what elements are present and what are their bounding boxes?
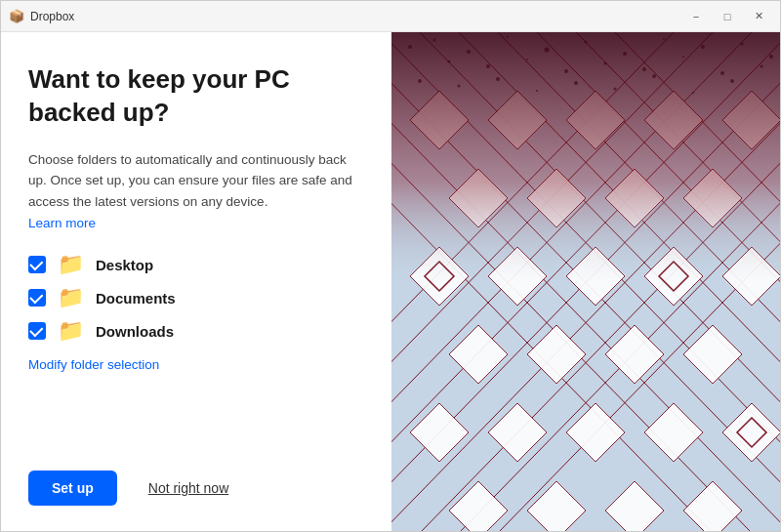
desktop-folder-label: Desktop (96, 257, 153, 273)
svg-point-78 (652, 74, 656, 78)
svg-point-71 (760, 65, 763, 68)
app-title: Dropbox (30, 10, 74, 23)
svg-point-55 (507, 36, 509, 38)
description-text: Choose folders to automatically and cont… (28, 149, 364, 213)
svg-point-69 (682, 56, 684, 58)
svg-point-52 (408, 45, 412, 49)
documents-folder-icon: 📁 (58, 287, 84, 308)
close-button[interactable]: ✕ (745, 7, 772, 26)
svg-point-63 (448, 61, 451, 63)
svg-point-53 (433, 39, 436, 42)
svg-point-56 (545, 48, 550, 53)
svg-point-80 (730, 79, 734, 83)
downloads-folder-icon: 📁 (58, 320, 84, 342)
svg-point-64 (486, 64, 490, 68)
desktop-folder-icon: 📁 (58, 254, 84, 275)
svg-point-62 (769, 55, 773, 59)
svg-point-79 (692, 92, 694, 94)
svg-point-57 (585, 41, 588, 44)
svg-point-67 (604, 62, 607, 65)
not-now-button[interactable]: Not right now (148, 471, 228, 506)
setup-button[interactable]: Set up (28, 471, 117, 506)
folder-item-documents: 📁 Documents (28, 287, 364, 308)
main-layout: Want to keep your PC backed up? Choose f… (1, 32, 780, 532)
left-panel: Want to keep your PC backed up? Choose f… (1, 32, 391, 532)
svg-point-68 (642, 67, 646, 71)
window-controls: − □ ✕ (682, 7, 772, 26)
svg-point-58 (623, 52, 627, 56)
svg-point-76 (574, 81, 578, 85)
page-title: Want to keep your PC backed up? (28, 63, 364, 130)
svg-point-74 (496, 77, 500, 81)
folder-item-downloads: 📁 Downloads (28, 320, 364, 342)
svg-point-77 (614, 88, 617, 91)
svg-point-59 (663, 38, 665, 40)
downloads-checkbox[interactable] (28, 322, 46, 340)
decorative-pattern (391, 32, 780, 532)
documents-checkbox[interactable] (28, 289, 46, 307)
svg-rect-51 (391, 32, 780, 532)
dropbox-logo-icon: 📦 (9, 9, 24, 24)
downloads-folder-label: Downloads (96, 323, 174, 340)
svg-point-70 (720, 71, 724, 75)
svg-point-73 (458, 85, 461, 88)
svg-point-75 (536, 90, 538, 92)
svg-point-61 (741, 43, 744, 46)
maximize-button[interactable]: □ (714, 7, 741, 26)
svg-point-65 (526, 59, 528, 61)
right-panel-decoration (391, 32, 780, 532)
svg-point-66 (564, 69, 568, 73)
bottom-buttons: Set up Not right now (28, 451, 364, 506)
title-bar-left: 📦 Dropbox (9, 9, 74, 24)
svg-point-54 (467, 50, 471, 54)
modify-folder-link[interactable]: Modify folder selection (28, 357, 364, 372)
minimize-button[interactable]: − (682, 7, 710, 26)
desktop-checkbox[interactable] (28, 256, 46, 273)
documents-folder-label: Documents (96, 290, 176, 307)
svg-point-72 (418, 79, 422, 83)
learn-more-link[interactable]: Learn more (28, 216, 364, 230)
folder-item-desktop: 📁 Desktop (28, 254, 364, 275)
svg-point-60 (701, 45, 705, 49)
folder-list: 📁 Desktop 📁 Documents 📁 Downloads (28, 254, 364, 342)
title-bar: 📦 Dropbox − □ ✕ (1, 1, 780, 32)
